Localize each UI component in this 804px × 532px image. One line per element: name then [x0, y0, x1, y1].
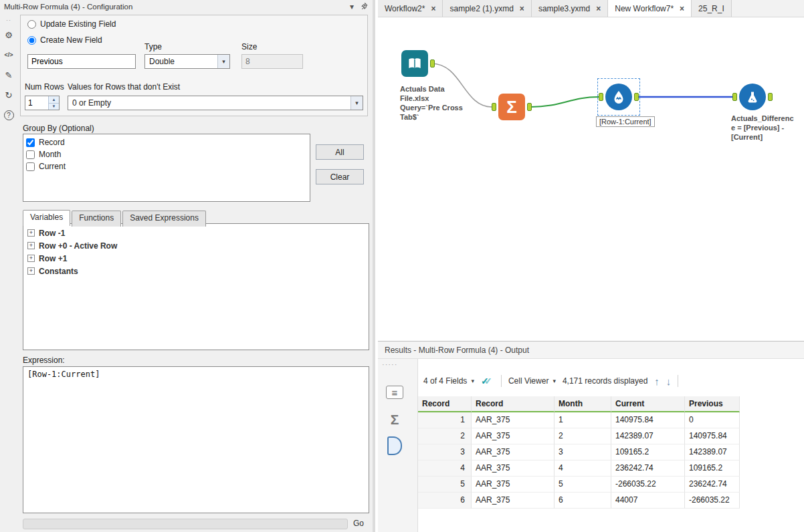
- groupby-item-current[interactable]: Current: [26, 160, 307, 172]
- group-by-listbox[interactable]: Record Month Current: [23, 134, 310, 202]
- doc-tab-new-workflow7[interactable]: New Workflow7* ×: [608, 0, 692, 17]
- table-view-icon[interactable]: ≡: [386, 386, 403, 399]
- row-number-cell[interactable]: 2: [418, 428, 472, 444]
- cell[interactable]: 109165.2: [611, 444, 685, 460]
- groupby-checkbox-month[interactable]: [26, 150, 35, 159]
- column-header[interactable]: Current: [611, 396, 685, 412]
- doc-tab-sample3[interactable]: sample3.yxmd ×: [532, 0, 608, 17]
- tree-item-constants[interactable]: + Constants: [27, 265, 365, 277]
- output-anchor[interactable]: [634, 93, 639, 101]
- workflow-canvas[interactable]: Actuals Data File.xlsx Query=`Pre Cross …: [378, 17, 804, 341]
- gear-icon[interactable]: ⚙: [2, 28, 15, 41]
- tree-item-row-0-active[interactable]: + Row +0 - Active Row: [27, 239, 365, 252]
- row-number-cell[interactable]: 5: [418, 477, 472, 493]
- output-anchor[interactable]: [768, 93, 773, 101]
- grip-dots[interactable]: ·····: [382, 360, 397, 368]
- cell[interactable]: 236242.74: [685, 477, 740, 493]
- cell[interactable]: AAR_375: [472, 428, 555, 444]
- cell[interactable]: 2: [555, 428, 611, 444]
- fields-dropdown[interactable]: 4 of 4 Fields ▾: [423, 376, 474, 386]
- expression-editor[interactable]: [Row-1:Current]: [23, 366, 369, 513]
- cell[interactable]: 0: [685, 412, 740, 428]
- tab-variables[interactable]: Variables: [23, 210, 70, 226]
- spinner-up-icon[interactable]: ▲: [49, 96, 59, 104]
- doc-tab-workflow2[interactable]: Workflow2* ×: [378, 0, 443, 17]
- output-connection-icon[interactable]: [387, 436, 402, 455]
- chevron-down-icon[interactable]: ▾: [350, 2, 354, 11]
- row-number-cell[interactable]: 6: [418, 493, 472, 509]
- cell[interactable]: 4: [555, 460, 611, 477]
- pin-icon[interactable]: [361, 3, 369, 11]
- new-field-name-input[interactable]: [27, 54, 136, 69]
- input-connection-icon[interactable]: Σ: [386, 411, 403, 428]
- column-header[interactable]: Record: [472, 396, 555, 412]
- all-button[interactable]: All: [316, 144, 364, 160]
- cell[interactable]: 5: [555, 477, 611, 493]
- input-anchor[interactable]: [599, 93, 603, 101]
- cell[interactable]: AAR_375: [472, 412, 555, 428]
- num-rows-input[interactable]: [25, 96, 48, 110]
- annotation-icon[interactable]: ✎: [2, 68, 15, 82]
- cell[interactable]: AAR_375: [472, 493, 555, 509]
- chevron-down-icon[interactable]: ▾: [217, 55, 229, 68]
- tree-item-row-minus-1[interactable]: + Row -1: [27, 227, 365, 239]
- spinner-down-icon[interactable]: ▼: [49, 104, 59, 110]
- cell[interactable]: 3: [555, 444, 611, 460]
- expand-icon[interactable]: +: [27, 242, 35, 249]
- groupby-checkbox-record[interactable]: [26, 138, 35, 147]
- cell[interactable]: 44007: [611, 493, 685, 509]
- close-icon[interactable]: ×: [520, 4, 524, 13]
- column-header[interactable]: Record: [418, 396, 472, 412]
- groupby-item-month[interactable]: Month: [26, 148, 307, 160]
- doc-tab-sample2[interactable]: sample2 (1).yxmd ×: [443, 0, 531, 17]
- cell[interactable]: 140975.84: [611, 412, 685, 428]
- cell[interactable]: 109165.2: [685, 460, 740, 477]
- help-icon[interactable]: ?: [2, 108, 15, 122]
- update-existing-radio[interactable]: [27, 20, 36, 29]
- output-anchor[interactable]: [430, 59, 435, 68]
- values-for-rows-dropdown[interactable]: 0 or Empty ▾: [68, 96, 363, 110]
- create-new-radio[interactable]: [27, 36, 36, 45]
- input-data-tool[interactable]: [401, 50, 428, 77]
- cell[interactable]: 6: [555, 493, 611, 509]
- input-anchor[interactable]: [732, 93, 737, 101]
- input-tool-annotation[interactable]: Actuals Data File.xlsx Query=`Pre Cross …: [400, 84, 464, 122]
- clear-button[interactable]: Clear: [316, 169, 364, 184]
- cell[interactable]: 142389.07: [611, 428, 685, 444]
- tree-item-row-plus-1[interactable]: + Row +1: [27, 252, 365, 265]
- formula-tool[interactable]: [739, 84, 766, 110]
- row-number-cell[interactable]: 4: [418, 460, 472, 477]
- doc-tab-25-r[interactable]: 25_R_I: [692, 0, 732, 17]
- tab-functions[interactable]: Functions: [72, 211, 121, 227]
- multi-row-formula-tool[interactable]: [605, 84, 632, 110]
- cell[interactable]: AAR_375: [472, 460, 555, 477]
- groupby-checkbox-current[interactable]: [26, 162, 35, 171]
- close-icon[interactable]: ×: [680, 4, 684, 13]
- go-button[interactable]: Go: [353, 519, 364, 528]
- formula-annotation[interactable]: Actuals_Differenc e = [Previous] - [Curr…: [731, 114, 798, 142]
- cell[interactable]: 142389.07: [685, 444, 740, 460]
- row-number-cell[interactable]: 3: [418, 444, 472, 460]
- radio-update-existing-field[interactable]: Update Existing Field: [27, 19, 116, 29]
- cell[interactable]: -266035.22: [611, 477, 685, 493]
- cell[interactable]: -266035.22: [685, 493, 740, 509]
- cell[interactable]: AAR_375: [472, 477, 555, 493]
- tab-saved-expressions[interactable]: Saved Expressions: [122, 211, 206, 227]
- close-icon[interactable]: ×: [431, 4, 435, 13]
- input-anchor[interactable]: [492, 103, 496, 111]
- type-dropdown[interactable]: Double ▾: [144, 54, 230, 69]
- cell[interactable]: 236242.74: [611, 460, 685, 477]
- row-number-cell[interactable]: 1: [418, 412, 472, 428]
- groupby-item-record[interactable]: Record: [26, 136, 307, 148]
- output-anchor[interactable]: [527, 103, 532, 111]
- multirow-annotation[interactable]: [Row-1:Current]: [596, 116, 655, 127]
- refresh-icon[interactable]: ↻: [2, 88, 15, 102]
- xml-view-icon[interactable]: </>: [2, 48, 15, 61]
- data-quality-check-icon[interactable]: ✓ ✓: [481, 376, 494, 386]
- radio-create-new-field[interactable]: Create New Field: [27, 35, 102, 45]
- num-rows-stepper[interactable]: ▲ ▼: [25, 96, 60, 110]
- expand-icon[interactable]: +: [27, 255, 35, 262]
- scroll-up-icon[interactable]: ↑: [654, 376, 660, 387]
- scroll-down-icon[interactable]: ↓: [666, 376, 672, 387]
- column-header[interactable]: Previous: [685, 396, 740, 412]
